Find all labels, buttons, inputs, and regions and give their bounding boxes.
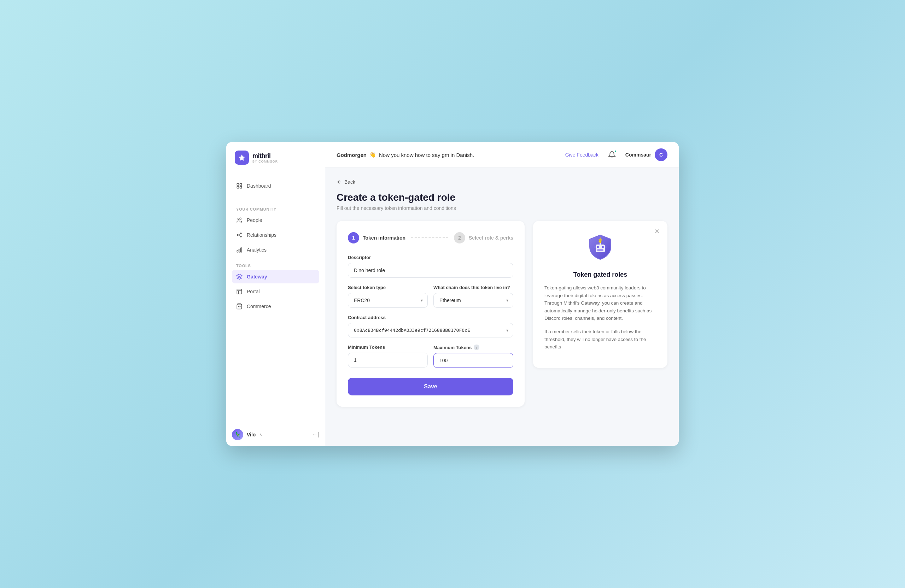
max-tokens-info-icon[interactable]: i	[474, 344, 479, 350]
info-card-paragraph-2: If a member sells their token or falls b…	[545, 328, 656, 351]
svg-rect-3	[237, 187, 239, 189]
contract-wrapper: ▾	[348, 323, 513, 338]
info-card-title: Token gated roles	[545, 271, 656, 279]
step-line	[411, 238, 448, 238]
min-tokens-input[interactable]	[348, 353, 428, 368]
sidebar-item-gateway[interactable]: Gateway	[232, 270, 319, 284]
sidebar-label-gateway: Gateway	[247, 274, 267, 279]
max-tokens-label-wrapper: Maximum Tokens i	[433, 344, 513, 350]
step-2-label: Select role & perks	[469, 235, 513, 241]
svg-rect-4	[240, 187, 242, 189]
svg-point-15	[597, 246, 599, 248]
chain-group: What chain does this token live in? Ethe…	[433, 285, 513, 308]
info-card: ✕	[533, 221, 667, 368]
sidebar-label-portal: Portal	[247, 289, 260, 294]
user-avatar: 🦎	[232, 429, 243, 440]
svg-rect-2	[240, 184, 242, 185]
step-1: 1 Token information	[348, 232, 405, 244]
logo-text: mithril BY COMMSOR	[252, 152, 278, 163]
gateway-icon	[236, 274, 243, 280]
token-type-group: Select token type ERC20 ERC721 ERC1155 ▾	[348, 285, 428, 308]
feedback-link[interactable]: Give Feedback	[565, 152, 599, 158]
page-content: Back Create a token-gated role Fill out …	[325, 168, 679, 446]
sidebar-label-relationships: Relationships	[247, 232, 276, 238]
form-card: 1 Token information 2 Select role & perk…	[337, 221, 525, 407]
step-2: 2 Select role & perks	[454, 232, 513, 244]
svg-rect-9	[237, 250, 238, 252]
svg-point-7	[240, 233, 241, 234]
back-link[interactable]: Back	[337, 179, 355, 185]
sidebar-label-people: People	[247, 217, 262, 223]
user-profile-header[interactable]: Commsaur C	[626, 148, 667, 161]
contract-group: Contract address ▾	[348, 315, 513, 338]
main-content: Godmorgen 👋 Now you know how to say gm i…	[325, 142, 679, 446]
svg-rect-11	[241, 248, 242, 252]
descriptor-label: Descriptor	[348, 255, 513, 260]
max-tokens-input[interactable]	[433, 353, 513, 368]
collapse-button[interactable]: ←|	[312, 431, 319, 438]
page-title: Create a token-gated role	[337, 192, 667, 203]
contract-input[interactable]	[348, 323, 513, 338]
close-button[interactable]: ✕	[652, 227, 662, 236]
analytics-icon	[236, 247, 243, 253]
sidebar-item-analytics[interactable]: Analytics	[232, 243, 319, 257]
sidebar-label-dashboard: Dashboard	[247, 183, 271, 189]
logo-icon	[235, 151, 249, 165]
svg-point-16	[602, 246, 604, 248]
info-card-paragraph-1: Token-gating allows web3 community leade…	[545, 284, 656, 322]
token-type-label: Select token type	[348, 285, 428, 290]
user-name: Vilo	[247, 432, 256, 437]
step-1-label: Token information	[363, 235, 405, 241]
back-arrow-icon	[337, 179, 342, 185]
step-2-circle: 2	[454, 232, 465, 244]
sidebar-item-dashboard[interactable]: Dashboard	[232, 179, 319, 193]
chain-select[interactable]: Ethereum Polygon Solana BSC	[433, 293, 513, 308]
content-layout: 1 Token information 2 Select role & perk…	[337, 221, 667, 407]
user-profile-name: Commsaur	[626, 152, 651, 158]
page-subtitle: Fill out the necessary token information…	[337, 205, 667, 211]
max-tokens-group: Maximum Tokens i	[433, 344, 513, 368]
min-tokens-label: Minimum Tokens	[348, 344, 428, 350]
token-chain-row: Select token type ERC20 ERC721 ERC1155 ▾	[348, 285, 513, 308]
sidebar-item-commerce[interactable]: Commerce	[232, 300, 319, 313]
svg-point-5	[238, 218, 240, 220]
min-tokens-group: Minimum Tokens	[348, 344, 428, 368]
sidebar-divider	[232, 197, 319, 197]
sidebar-label-analytics: Analytics	[247, 247, 267, 253]
max-tokens-label: Maximum Tokens	[433, 345, 472, 350]
people-icon	[236, 217, 243, 223]
notification-button[interactable]	[606, 148, 618, 161]
sidebar: mithril BY COMMSOR Dashboard YOUR COMMUN…	[226, 142, 325, 446]
sidebar-item-relationships[interactable]: Relationships	[232, 228, 319, 242]
token-type-select[interactable]: ERC20 ERC721 ERC1155	[348, 293, 428, 308]
notification-dot	[614, 150, 617, 153]
logo: mithril BY COMMSOR	[226, 142, 325, 172]
svg-rect-17	[597, 249, 603, 250]
shield-icon	[584, 232, 616, 264]
sidebar-item-portal[interactable]: Portal	[232, 285, 319, 298]
user-chevron-icon: ∧	[259, 432, 262, 437]
svg-rect-14	[596, 244, 605, 252]
commerce-icon	[236, 303, 243, 309]
stepper: 1 Token information 2 Select role & perk…	[348, 232, 513, 244]
descriptor-input[interactable]	[348, 263, 513, 278]
step-1-circle: 1	[348, 232, 359, 244]
greeting-emoji: 👋	[370, 152, 376, 158]
user-info[interactable]: 🦎 Vilo ∧	[232, 429, 262, 440]
header: Godmorgen 👋 Now you know how to say gm i…	[325, 142, 679, 168]
contract-label: Contract address	[348, 315, 513, 320]
token-type-wrapper: ERC20 ERC721 ERC1155 ▾	[348, 293, 428, 308]
svg-point-6	[237, 235, 238, 236]
save-button[interactable]: Save	[348, 378, 513, 395]
sidebar-item-people[interactable]: People	[232, 214, 319, 227]
sidebar-nav: Dashboard YOUR COMMUNITY People Relation…	[226, 172, 325, 423]
svg-rect-10	[239, 249, 240, 252]
sidebar-label-commerce: Commerce	[247, 304, 271, 309]
user-avatar-header: C	[655, 148, 667, 161]
relationships-icon	[236, 232, 243, 238]
chain-wrapper: Ethereum Polygon Solana BSC ▾	[433, 293, 513, 308]
dashboard-icon	[236, 183, 243, 189]
svg-point-0	[241, 157, 243, 158]
header-greeting: Godmorgen 👋 Now you know how to say gm i…	[337, 152, 474, 158]
shield-icon-wrapper	[545, 232, 656, 264]
